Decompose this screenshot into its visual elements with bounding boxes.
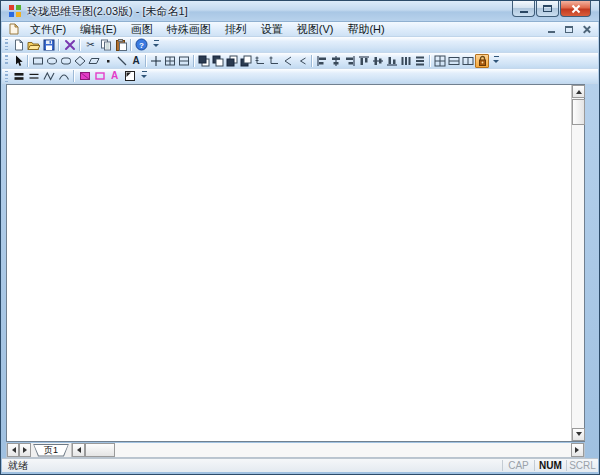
arc-tool-button[interactable]: [56, 69, 71, 83]
tab-scroll-right-button[interactable]: [19, 443, 31, 457]
scroll-right-button[interactable]: [571, 443, 584, 457]
connector-angle-2-icon: [296, 55, 308, 67]
copy-button[interactable]: [98, 38, 113, 52]
align-middle-button[interactable]: [371, 54, 385, 68]
ellipse-tool-button[interactable]: [45, 54, 59, 68]
arrow-left-icon: [74, 447, 81, 453]
scroll-left-button[interactable]: [72, 443, 85, 457]
arrow-up-icon: [576, 87, 582, 94]
select-tool-button[interactable]: [11, 54, 25, 68]
menu-special-draw[interactable]: 特殊画图: [160, 21, 218, 38]
tab-scroll-left-button[interactable]: [7, 443, 19, 457]
document-area: [6, 84, 585, 442]
minimize-button[interactable]: [512, 1, 535, 17]
page-tab[interactable]: 页1: [33, 444, 69, 457]
grid-tool-button[interactable]: [163, 54, 177, 68]
font-color-button[interactable]: A: [107, 69, 122, 83]
line-style-button[interactable]: [26, 69, 41, 83]
curve-tool-button[interactable]: [41, 69, 56, 83]
rectangle-tool-button[interactable]: [31, 54, 45, 68]
rectangle-icon: [32, 55, 44, 67]
toolbar-options-button[interactable]: [139, 69, 149, 83]
bring-to-front-button[interactable]: [197, 54, 211, 68]
font-color-icon: A: [111, 71, 118, 81]
toolbar-separator: [193, 55, 194, 67]
cut-button[interactable]: ✂: [83, 38, 98, 52]
menu-edit[interactable]: 编辑(E): [73, 21, 124, 38]
send-to-back-icon: [212, 55, 224, 67]
scroll-up-button[interactable]: [572, 85, 585, 98]
horizontal-scrollbar[interactable]: [71, 443, 584, 457]
align-top-icon: [358, 55, 370, 67]
mdi-restore-button[interactable]: [562, 23, 576, 35]
close-button[interactable]: [560, 1, 591, 17]
maximize-button[interactable]: [536, 1, 559, 17]
align-right-button[interactable]: [343, 54, 357, 68]
same-width-button[interactable]: [461, 54, 475, 68]
send-to-back-button[interactable]: [211, 54, 225, 68]
point-tool-button[interactable]: [101, 54, 115, 68]
toolbar-options-button[interactable]: [491, 54, 501, 68]
new-button[interactable]: [11, 38, 26, 52]
connector-angle2-button[interactable]: [295, 54, 309, 68]
diamond-tool-button[interactable]: [73, 54, 87, 68]
toolbar-options-button[interactable]: [151, 38, 161, 52]
toolbar-separator: [58, 39, 59, 51]
grid-row-tool-button[interactable]: [177, 54, 191, 68]
distribute-vertical-button[interactable]: [413, 54, 427, 68]
connector-elbow2-button[interactable]: [267, 54, 281, 68]
mdi-minimize-button[interactable]: [544, 23, 558, 35]
rounded-rectangle-icon: [60, 55, 72, 67]
align-top-button[interactable]: [357, 54, 371, 68]
mdi-close-button[interactable]: [580, 23, 594, 35]
fill-color-button[interactable]: [77, 69, 92, 83]
same-height-button[interactable]: [447, 54, 461, 68]
send-backward-button[interactable]: [239, 54, 253, 68]
distribute-horizontal-button[interactable]: [399, 54, 413, 68]
open-button[interactable]: [26, 38, 41, 52]
align-left-button[interactable]: [315, 54, 329, 68]
align-center-button[interactable]: [329, 54, 343, 68]
drawing-canvas[interactable]: [7, 85, 571, 441]
help-button[interactable]: ?: [134, 38, 149, 52]
horizontal-scroll-thumb[interactable]: [85, 443, 115, 457]
rounded-rectangle-tool-button[interactable]: [59, 54, 73, 68]
vertical-scroll-track[interactable]: [572, 125, 584, 428]
connector-elbow-button[interactable]: [253, 54, 267, 68]
line-width-icon: [13, 70, 25, 82]
toolbar-separator: [130, 39, 131, 51]
vertical-scroll-thumb[interactable]: [572, 99, 585, 125]
align-bottom-button[interactable]: [385, 54, 399, 68]
save-button[interactable]: [41, 38, 56, 52]
app-window: 玲珑思维导图(2.03版) - [未命名1] 文件(F) 编辑(E) 画图 特殊…: [0, 0, 600, 475]
lock-button[interactable]: [475, 54, 489, 68]
plus-tool-button[interactable]: [149, 54, 163, 68]
line-width-button[interactable]: [11, 69, 26, 83]
bring-forward-button[interactable]: [225, 54, 239, 68]
menu-help[interactable]: 帮助(H): [340, 21, 391, 38]
page-tab-label[interactable]: 页1: [34, 445, 68, 456]
pattern-button[interactable]: [122, 69, 137, 83]
menu-file[interactable]: 文件(F): [23, 21, 73, 38]
menu-arrange[interactable]: 排列: [218, 21, 254, 38]
same-height-icon: [448, 55, 460, 67]
toolbar-drag-handle[interactable]: [5, 71, 8, 82]
paste-button[interactable]: [113, 38, 128, 52]
text-tool-button[interactable]: A: [129, 54, 143, 68]
line-color-button[interactable]: [92, 69, 107, 83]
toolbar-drag-handle[interactable]: [5, 55, 8, 66]
line-tool-button[interactable]: [115, 54, 129, 68]
send-backward-icon: [240, 55, 252, 67]
same-size-button[interactable]: [433, 54, 447, 68]
toolbar-drag-handle[interactable]: [5, 39, 8, 50]
special-x-button[interactable]: [62, 38, 77, 52]
parallelogram-tool-button[interactable]: [87, 54, 101, 68]
menu-draw[interactable]: 画图: [124, 21, 160, 38]
menu-view[interactable]: 视图(V): [290, 21, 341, 38]
connector-angle-button[interactable]: [281, 54, 295, 68]
scroll-down-button[interactable]: [572, 428, 585, 441]
horizontal-scroll-track[interactable]: [115, 443, 571, 457]
vertical-scrollbar[interactable]: [571, 85, 584, 441]
menu-settings[interactable]: 设置: [254, 21, 290, 38]
title-bar[interactable]: 玲珑思维导图(2.03版) - [未命名1]: [1, 1, 599, 22]
